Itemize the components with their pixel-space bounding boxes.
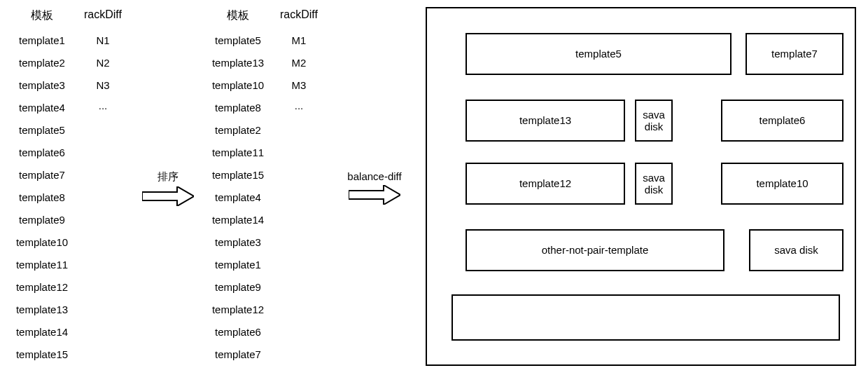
table2-template-header: 模板 — [206, 8, 270, 29]
table-row: template13 — [206, 52, 270, 74]
table-row: N2 — [78, 52, 127, 74]
table-row: template6 — [10, 142, 74, 164]
table-row: ··· — [274, 97, 323, 119]
table-row: N3 — [78, 74, 127, 97]
table1-rackdiff-column: rackDiff N1 N2 N3 ··· — [78, 8, 127, 119]
table2-rackdiff-header: rackDiff — [274, 8, 323, 29]
arrow-right-icon — [142, 186, 194, 206]
table-row: template7 — [206, 343, 270, 366]
table-row: template10 — [10, 231, 74, 254]
table-row: template12 — [206, 299, 270, 321]
table-row: ··· — [78, 97, 127, 119]
box-bottom-empty — [451, 294, 840, 341]
table-row: template1 — [206, 254, 270, 276]
table-row: template13 — [10, 299, 74, 321]
table-row: template8 — [206, 97, 270, 119]
box-template10: template10 — [721, 163, 844, 205]
balance-diff-arrow-label: balance-diff — [336, 170, 413, 185]
sort-arrow: 排序 — [140, 170, 196, 206]
box-sava-disk-3: sava disk — [749, 229, 844, 271]
arrow-right-icon — [349, 185, 400, 205]
table-row: template3 — [10, 74, 74, 97]
table-row: template11 — [206, 142, 270, 164]
table-row: M1 — [274, 29, 323, 52]
table1-rackdiff-header: rackDiff — [78, 8, 127, 29]
box-other-not-pair-template: other-not-pair-template — [465, 229, 724, 271]
svg-marker-1 — [349, 185, 400, 205]
table-row: template8 — [10, 186, 74, 209]
table-row: template9 — [10, 209, 74, 231]
table-row: template4 — [206, 186, 270, 209]
table-row: template3 — [206, 231, 270, 254]
table-row: template4 — [10, 97, 74, 119]
table-row: template15 — [10, 343, 74, 366]
box-sava-disk-1: sava disk — [635, 100, 673, 142]
box-template7: template7 — [746, 33, 844, 75]
table-row: N1 — [78, 29, 127, 52]
table-row: template5 — [206, 29, 270, 52]
table2-rackdiff-column: rackDiff M1 M2 M3 ··· — [274, 8, 323, 119]
layout-box: template5 template7 template13 sava disk… — [426, 7, 856, 366]
box-template12: template12 — [465, 163, 625, 205]
table-row: M2 — [274, 52, 323, 74]
box-template5: template5 — [465, 33, 732, 75]
sort-arrow-label: 排序 — [140, 170, 196, 186]
box-sava-disk-2: sava disk — [635, 163, 673, 205]
table-row: template2 — [206, 119, 270, 142]
balance-diff-arrow: balance-diff — [336, 170, 413, 205]
table-row: template12 — [10, 276, 74, 299]
table-row: template2 — [10, 52, 74, 74]
table-row: template6 — [206, 321, 270, 343]
table-row: template1 — [10, 29, 74, 52]
table-row: template9 — [206, 276, 270, 299]
box-template13: template13 — [465, 100, 625, 142]
table-row: template10 — [206, 74, 270, 97]
table-row: template5 — [10, 119, 74, 142]
table-row: template11 — [10, 254, 74, 276]
table-row: M3 — [274, 74, 323, 97]
table1-templates-column: 模板 template1 template2 template3 templat… — [10, 8, 74, 366]
table-row: template15 — [206, 164, 270, 186]
table2-templates-column: 模板 template5 template13 template10 templ… — [206, 8, 270, 366]
svg-marker-0 — [142, 186, 194, 206]
table-row: template14 — [10, 321, 74, 343]
table-row: template7 — [10, 164, 74, 186]
table-row: template14 — [206, 209, 270, 231]
box-template6: template6 — [721, 100, 844, 142]
table1-template-header: 模板 — [10, 8, 74, 29]
